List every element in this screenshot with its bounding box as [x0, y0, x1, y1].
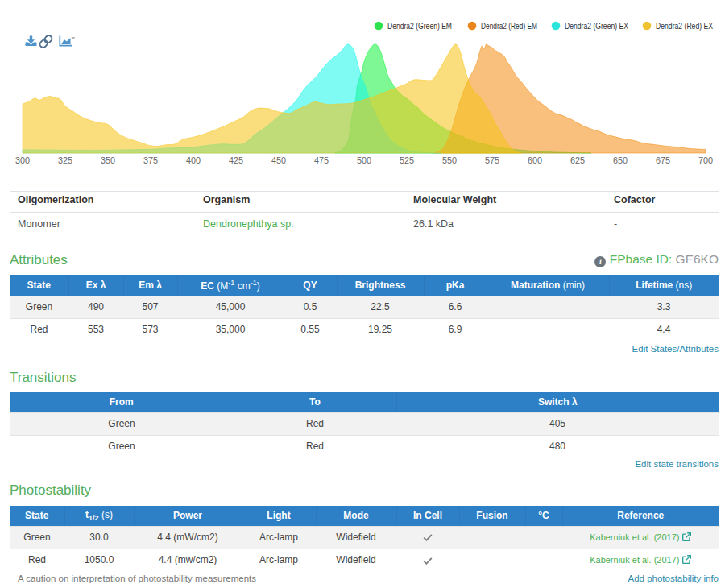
svg-text:675: 675	[656, 155, 670, 165]
svg-text:300: 300	[15, 155, 30, 165]
svg-text:Dendra2 (Green) EX: Dendra2 (Green) EX	[565, 21, 628, 31]
svg-text:625: 625	[570, 155, 585, 165]
svg-text:700: 700	[698, 155, 713, 165]
svg-text:Dendra2 (Green) EM: Dendra2 (Green) EM	[387, 21, 452, 31]
svg-text:575: 575	[485, 155, 499, 165]
svg-text:650: 650	[613, 155, 628, 165]
svg-text:425: 425	[229, 155, 243, 165]
svg-text:550: 550	[442, 155, 457, 165]
svg-text:525: 525	[400, 155, 414, 165]
svg-text:325: 325	[58, 155, 72, 165]
svg-text:450: 450	[271, 155, 286, 165]
svg-text:Dendra2 (Red) EX: Dendra2 (Red) EX	[656, 21, 713, 31]
svg-text:475: 475	[314, 155, 329, 165]
svg-text:Dendra2 (Red) EM: Dendra2 (Red) EM	[481, 21, 537, 31]
svg-text:500: 500	[357, 155, 371, 165]
svg-text:600: 600	[528, 155, 542, 165]
svg-text:400: 400	[186, 155, 201, 165]
svg-text:375: 375	[143, 155, 158, 165]
svg-text:350: 350	[101, 155, 115, 165]
